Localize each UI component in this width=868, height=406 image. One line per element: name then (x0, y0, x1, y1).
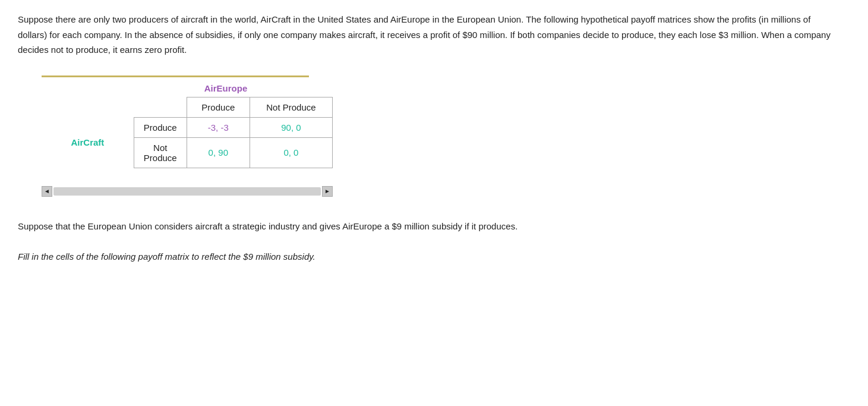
fill-in-instruction: Fill in the cells of the following payof… (18, 251, 434, 262)
scroll-left-arrow[interactable]: ◄ (42, 186, 52, 197)
cell-produce-produce: -3, -3 (187, 117, 250, 137)
col-header-not-produce: Not Produce (250, 97, 332, 117)
scrollbar-container: ◄ ► (42, 186, 333, 197)
empty-corner-1 (42, 97, 134, 117)
cell-produce-not-produce: 90, 0 (250, 117, 332, 137)
cell-not-produce-not-produce: 0, 0 (250, 137, 332, 168)
table-row: AirCraft Produce -3, -3 90, 0 (42, 117, 333, 137)
aircraft-label: AirCraft (42, 117, 134, 168)
row-label-not-produce: Not Produce (134, 137, 187, 168)
horizontal-rule (42, 75, 309, 77)
bottom-paragraph: Suppose that the European Union consider… (18, 219, 671, 234)
payoff-matrix-table: Produce Not Produce AirCraft Produce -3,… (42, 97, 333, 168)
aireurope-label: AirEurope (42, 83, 333, 93)
cell-not-produce-produce: 0, 90 (187, 137, 250, 168)
empty-corner-2 (134, 97, 187, 117)
scroll-right-arrow[interactable]: ► (322, 186, 333, 197)
payoff-matrix-wrapper: AirEurope Produce Not Produce AirCraft P… (42, 83, 333, 168)
scroll-track[interactable] (53, 187, 321, 196)
row-label-produce: Produce (134, 117, 187, 137)
intro-paragraph: Suppose there are only two producers of … (18, 12, 838, 58)
col-header-produce: Produce (187, 97, 250, 117)
